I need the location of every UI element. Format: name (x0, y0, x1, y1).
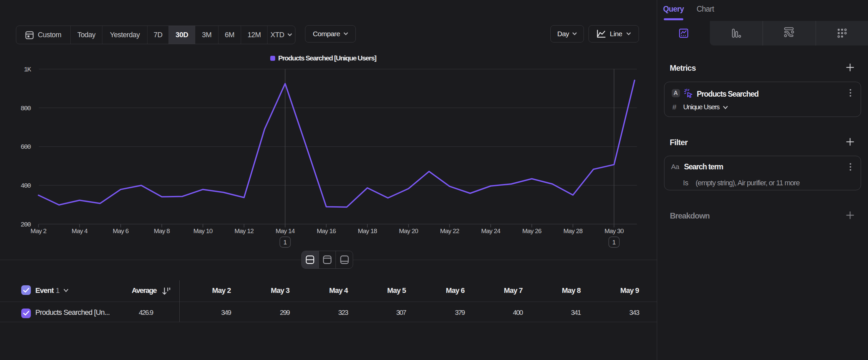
svg-text:May 26: May 26 (522, 227, 541, 234)
svg-text:May 2: May 2 (31, 227, 46, 234)
svg-text:May 12: May 12 (235, 227, 254, 234)
svg-text:400: 400 (21, 182, 31, 190)
svg-text:May 22: May 22 (440, 227, 459, 234)
svg-text:May 18: May 18 (358, 227, 377, 234)
svg-text:May 10: May 10 (193, 227, 213, 234)
svg-text:600: 600 (21, 143, 31, 151)
svg-text:200: 200 (21, 221, 31, 228)
svg-text:May 24: May 24 (481, 227, 501, 234)
svg-text:1: 1 (283, 239, 287, 246)
svg-text:May 16: May 16 (317, 227, 336, 234)
svg-text:May 28: May 28 (563, 227, 583, 234)
svg-text:800: 800 (21, 105, 31, 112)
svg-text:May 8: May 8 (154, 227, 170, 234)
svg-text:May 30: May 30 (604, 227, 624, 234)
svg-text:May 20: May 20 (399, 227, 418, 234)
svg-text:May 6: May 6 (113, 227, 129, 234)
svg-text:1K: 1K (24, 66, 31, 74)
svg-text:1: 1 (612, 239, 616, 246)
svg-text:May 14: May 14 (276, 227, 295, 234)
svg-text:May 4: May 4 (72, 227, 88, 234)
